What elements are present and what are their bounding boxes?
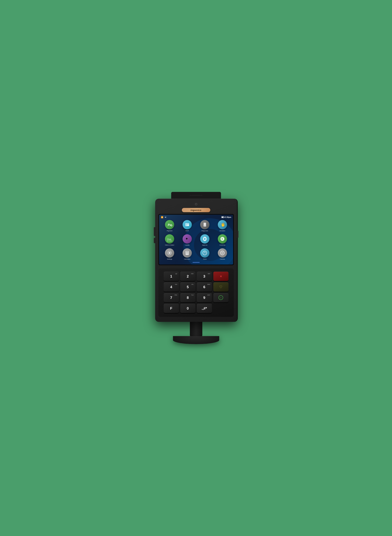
key-sub-label: PRS bbox=[175, 294, 177, 296]
app-icon-ecr bbox=[182, 220, 192, 229]
key-7[interactable]: 7 PRS bbox=[164, 293, 179, 302]
key-1[interactable]: 1 QZ bbox=[164, 272, 179, 281]
app-icon-settings bbox=[165, 248, 174, 258]
app-icon-clock bbox=[200, 248, 210, 258]
key-5[interactable]: 5 JKL bbox=[180, 282, 195, 292]
confirm-icon: ○ bbox=[219, 295, 223, 300]
svg-rect-20 bbox=[187, 253, 187, 253]
side-button-left[interactable] bbox=[154, 227, 155, 236]
svg-rect-21 bbox=[188, 253, 188, 253]
key-2[interactable]: 2 ABC bbox=[180, 272, 195, 281]
key-3[interactable]: 3 DEF bbox=[197, 272, 212, 281]
key-main-label: 3 bbox=[203, 274, 205, 278]
bluetooth-icon: ⮘ bbox=[164, 216, 166, 218]
key-F[interactable]: F bbox=[164, 304, 179, 313]
svg-text:$: $ bbox=[222, 237, 223, 240]
app-camera[interactable]: Camera bbox=[215, 248, 231, 260]
app-label-applive: AppLive bbox=[202, 244, 207, 246]
key-main-label: 7 bbox=[170, 296, 172, 300]
app-label-clock: Clock bbox=[203, 258, 207, 260]
app-clock[interactable]: Clock bbox=[197, 248, 213, 260]
key-main-label: 9 bbox=[203, 296, 205, 300]
key-sub-label: DEF bbox=[208, 273, 210, 274]
page-indicator bbox=[192, 262, 200, 263]
svg-rect-18 bbox=[186, 251, 188, 252]
key-8[interactable]: 8 TUV bbox=[180, 293, 195, 302]
stand-neck bbox=[190, 322, 202, 336]
svg-rect-24 bbox=[188, 254, 188, 254]
key-_[interactable]: ○ bbox=[213, 293, 229, 302]
key-main-label: 6 bbox=[203, 285, 205, 289]
keypad-section: 1 QZ 2 ABC 3 DEF ✕ 4 GHI 5 JKL 6 MNO ♡ 7… bbox=[158, 268, 234, 317]
side-button-left2[interactable] bbox=[154, 238, 155, 243]
svg-rect-19 bbox=[186, 253, 187, 253]
svg-point-15 bbox=[169, 252, 170, 254]
terminal-body: ingenico 📶 ⮘ 3:30pm bbox=[155, 199, 237, 322]
svg-rect-23 bbox=[187, 254, 187, 254]
device: ingenico 📶 ⮘ 3:30pm bbox=[150, 192, 242, 344]
battery-fill bbox=[222, 217, 224, 218]
app-icon-loyalty: ✦ bbox=[182, 234, 192, 244]
app-grid: PayPaymentECRDiagnostic🖐DonationClick& C… bbox=[159, 220, 233, 260]
key-main-label: 5 bbox=[187, 285, 189, 289]
key-main-label: 2 bbox=[187, 274, 189, 278]
key-main-label: 1 bbox=[170, 274, 172, 278]
app-label-diagnostic: Diagnostic bbox=[201, 230, 208, 232]
app-diagnostic[interactable]: Diagnostic bbox=[197, 220, 213, 232]
app-applive[interactable]: AppLive bbox=[197, 234, 213, 246]
key-_[interactable]: ✕ bbox=[213, 272, 229, 281]
app-collect[interactable]: Click& CollectClick & Collect bbox=[162, 234, 178, 246]
app-icon-diagnostic bbox=[200, 220, 210, 229]
key-sub-label: ABC bbox=[191, 273, 194, 274]
app-icon-currency: $ bbox=[218, 234, 227, 244]
svg-rect-22 bbox=[186, 254, 187, 254]
stand-base bbox=[173, 336, 219, 344]
keypad-grid: 1 QZ 2 ABC 3 DEF ✕ 4 GHI 5 JKL 6 MNO ♡ 7… bbox=[164, 272, 229, 313]
key-sub-label: TUV bbox=[191, 294, 194, 296]
svg-point-6 bbox=[205, 226, 205, 226]
app-icon-collect: Click& Collect bbox=[165, 234, 174, 244]
status-icons-right: 3:30pm bbox=[221, 216, 231, 218]
svg-rect-1 bbox=[185, 223, 189, 226]
svg-point-12 bbox=[204, 238, 206, 240]
screen: 📶 ⮘ 3:30pm PayPaymentECRDiagnostic🖐Donat… bbox=[159, 215, 233, 264]
app-ecr[interactable]: ECR bbox=[179, 220, 195, 232]
app-icon-calculator bbox=[182, 248, 192, 258]
cancel-icon: ✕ bbox=[220, 275, 222, 278]
app-icon-applive bbox=[200, 234, 210, 244]
key-4[interactable]: 4 GHI bbox=[164, 282, 179, 292]
key-____[interactable]: .,#* bbox=[197, 304, 212, 313]
brand-label: ingenico bbox=[182, 208, 210, 212]
battery-icon bbox=[221, 216, 224, 218]
app-label-payment: Payment bbox=[167, 230, 173, 232]
key-0[interactable]: 0 bbox=[180, 304, 195, 313]
key-6[interactable]: 6 MNO bbox=[197, 282, 212, 292]
key-_[interactable]: ♡ bbox=[213, 282, 229, 292]
key-sub-label: JKL bbox=[191, 284, 194, 285]
side-button-right[interactable] bbox=[237, 231, 238, 238]
status-bar: 📶 ⮘ 3:30pm bbox=[159, 215, 233, 220]
app-loyalty[interactable]: ✦Loyalty bbox=[179, 234, 195, 246]
svg-text:Pay: Pay bbox=[168, 223, 172, 226]
svg-text:& Collect: & Collect bbox=[167, 240, 173, 242]
app-label-settings: Settings bbox=[167, 258, 172, 260]
key-9[interactable]: 9 WXY bbox=[197, 293, 212, 302]
speaker-grille bbox=[190, 195, 202, 196]
svg-point-28 bbox=[205, 253, 205, 253]
svg-text:✦: ✦ bbox=[185, 237, 188, 241]
key-sub-label: WXY bbox=[207, 294, 210, 296]
key-sub-label: GHI bbox=[175, 284, 177, 285]
key-main-label: .,#* bbox=[202, 306, 207, 310]
status-icons-left: 📶 ⮘ bbox=[161, 216, 166, 218]
wifi-icon: 📶 bbox=[161, 216, 163, 218]
svg-text:🖐: 🖐 bbox=[221, 222, 225, 227]
app-label-ecr: ECR bbox=[186, 230, 189, 232]
app-settings[interactable]: Settings bbox=[162, 248, 178, 260]
app-currency[interactable]: $Currency bbox=[215, 234, 231, 246]
app-calculator[interactable]: Calculator bbox=[179, 248, 195, 260]
app-payment[interactable]: PayPayment bbox=[162, 220, 178, 232]
key-main-label: 0 bbox=[187, 306, 189, 310]
app-donation[interactable]: 🖐Donation bbox=[215, 220, 231, 232]
app-label-donation: Donation bbox=[219, 230, 225, 232]
svg-rect-2 bbox=[186, 224, 189, 224]
